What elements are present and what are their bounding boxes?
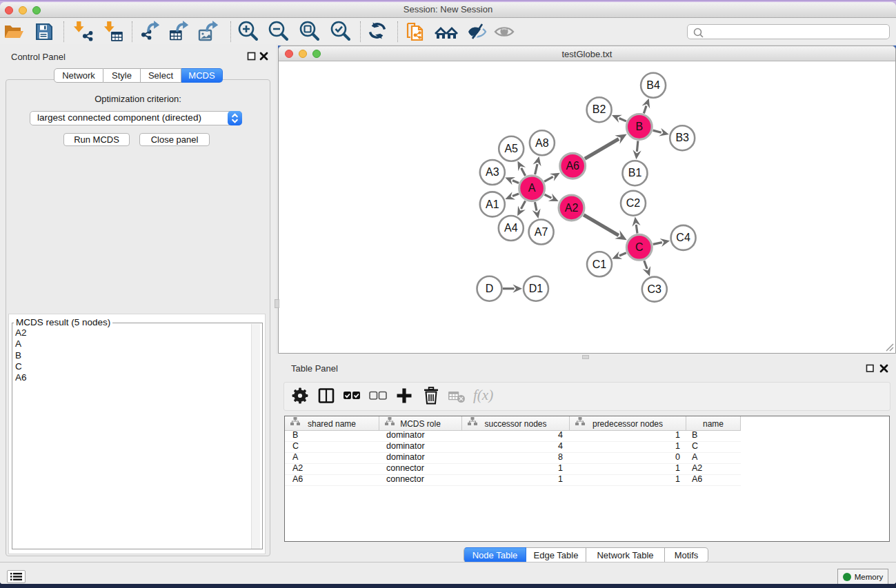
svg-text:A8: A8 xyxy=(535,137,549,149)
svg-text:A6: A6 xyxy=(566,160,579,172)
svg-text:A5: A5 xyxy=(504,143,518,154)
svg-text:C3: C3 xyxy=(648,283,662,295)
svg-text:A3: A3 xyxy=(486,166,499,178)
svg-text:D1: D1 xyxy=(529,283,544,294)
svg-text:A4: A4 xyxy=(504,222,518,234)
svg-text:C4: C4 xyxy=(676,232,690,243)
svg-text:B4: B4 xyxy=(646,79,660,91)
svg-text:B2: B2 xyxy=(593,103,606,115)
svg-text:A1: A1 xyxy=(486,199,499,210)
svg-text:B3: B3 xyxy=(675,132,689,143)
svg-text:A7: A7 xyxy=(535,226,548,238)
svg-text:D: D xyxy=(486,283,494,294)
svg-text:B: B xyxy=(635,121,643,132)
svg-text:C: C xyxy=(635,241,644,253)
svg-text:C1: C1 xyxy=(593,258,607,270)
svg-text:B1: B1 xyxy=(628,167,642,179)
svg-text:C2: C2 xyxy=(626,197,641,209)
svg-text:A: A xyxy=(528,182,536,194)
svg-text:A2: A2 xyxy=(565,202,579,214)
